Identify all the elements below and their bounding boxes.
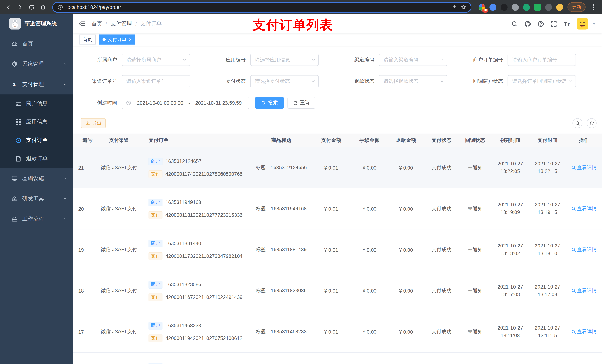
merchant-order-no: 1635311468233 xyxy=(165,322,201,328)
sidebar-item-workflow[interactable]: 工作流程 xyxy=(0,209,73,229)
sidebar-item-pay-order[interactable]: 支付订单 xyxy=(0,131,73,150)
action-cell: 查看详情 xyxy=(566,312,602,352)
sidebar-item-payment[interactable]: ¥支付管理 xyxy=(0,74,73,94)
app-grid-icon xyxy=(15,119,22,125)
refund-amount-cell: ¥ 0.00 xyxy=(388,188,424,229)
share-icon[interactable] xyxy=(452,4,457,10)
extension-green-icon[interactable] xyxy=(523,4,530,10)
pay-amount-cell xyxy=(311,353,351,364)
filter-field-refund-status-select: 退款状态请选择退款状态 xyxy=(336,75,465,87)
filter-label: 商户订单编号 xyxy=(465,56,508,63)
channel-order-no-input[interactable]: 请输入渠道订单号 xyxy=(122,75,190,87)
browser-back-button[interactable] xyxy=(3,2,14,12)
placeholder-text: 请选择支付状态 xyxy=(255,78,290,85)
view-detail-link[interactable]: 查看详情 xyxy=(571,164,597,171)
channel-code-select[interactable]: 请输入渠道编码 xyxy=(379,54,447,66)
browser-menu-icon[interactable] xyxy=(590,3,597,11)
placeholder-text: 请选择订单回调商户状态 xyxy=(512,78,566,85)
refresh-table-button[interactable] xyxy=(587,118,597,128)
sidebar-item-label: 退款订单 xyxy=(26,155,48,162)
view-detail-link[interactable]: 查看详情 xyxy=(571,246,597,253)
merchant-order-no-input[interactable]: 请输入商户订单编号 xyxy=(508,54,576,66)
extension-chat-icon[interactable] xyxy=(534,4,541,10)
filter-field-create-time: 创建时间2021-10-01 00:00:00-2021-10-31 23:59… xyxy=(79,97,249,109)
sidebar-item-infrastructure[interactable]: 基础设施 xyxy=(0,168,73,188)
reset-button[interactable]: 重置 xyxy=(288,97,315,109)
breadcrumb-item[interactable]: 支付管理 xyxy=(110,20,132,27)
merchant-tag: 商户 xyxy=(149,322,162,329)
breadcrumb-item[interactable]: 首页 xyxy=(91,20,102,27)
order-id-cell xyxy=(73,353,94,364)
tab-close-icon[interactable]: × xyxy=(129,37,132,42)
gear-icon xyxy=(11,61,18,67)
create-time-cell: 2021-10-2713:17:03 xyxy=(492,270,529,311)
action-cell: 查看详情 xyxy=(566,188,602,229)
extension-dark-icon[interactable] xyxy=(501,4,507,10)
fullscreen-icon[interactable] xyxy=(550,21,557,27)
sidebar-item-merchant-info[interactable]: 商户信息 xyxy=(0,94,73,113)
help-icon[interactable] xyxy=(538,21,544,27)
extension-profile-icon[interactable] xyxy=(556,4,563,10)
sidebar-item-system[interactable]: 系统管理 xyxy=(0,54,73,74)
view-detail-link[interactable]: 查看详情 xyxy=(571,287,597,294)
merchant-tag: 商户 xyxy=(149,198,162,206)
toggle-search-button[interactable] xyxy=(572,118,582,128)
notify-status-cell: 未通知 xyxy=(459,229,491,270)
view-detail-link[interactable]: 查看详情 xyxy=(571,328,597,335)
refund-status-select[interactable]: 请选择退款状态 xyxy=(379,75,447,87)
github-icon[interactable] xyxy=(525,21,531,27)
filter-field-channel-order-no-input: 渠道订单号请输入渠道订单号 xyxy=(79,75,207,87)
address-bar[interactable]: localhost:1024/pay/order xyxy=(52,2,472,12)
filter-label: 创建时间 xyxy=(79,99,122,106)
avatar-caret-icon[interactable] xyxy=(592,22,596,26)
merchant-order-no: 1635311881440 xyxy=(165,240,201,246)
extension-blue-icon[interactable] xyxy=(489,4,496,10)
filter-field-merchant-order-no-input: 商户订单编号请输入商户订单编号 xyxy=(465,54,593,66)
sidebar-item-app-info[interactable]: 应用信息 xyxy=(0,113,73,131)
extension-gray-icon[interactable] xyxy=(512,4,519,10)
column-header-order-id: 编号 xyxy=(73,134,94,147)
site-info-icon[interactable] xyxy=(58,4,63,10)
extension-pin-icon[interactable] xyxy=(545,4,552,10)
browser-home-button[interactable] xyxy=(38,2,48,12)
font-size-icon[interactable]: TT xyxy=(564,21,570,27)
select-caret-icon xyxy=(182,58,187,62)
user-avatar[interactable] xyxy=(577,18,588,29)
pay-channel-cell: 微信 JSAPI 支付 xyxy=(94,270,144,311)
bookmark-star-icon[interactable] xyxy=(461,4,466,10)
browser-update-button[interactable]: 更新 xyxy=(567,2,585,12)
tab-home[interactable]: 首页 xyxy=(79,35,96,45)
placeholder-text: 请选择所属商户 xyxy=(126,56,161,63)
search-button[interactable]: 搜索 xyxy=(255,97,284,109)
merchant-select[interactable]: 请选择所属商户 xyxy=(122,54,190,66)
app-no-select[interactable]: 请选择应用信息 xyxy=(250,54,319,66)
browser-forward-button[interactable] xyxy=(15,2,25,12)
extension-colorful-icon[interactable]: 10 xyxy=(478,4,485,10)
view-detail-link[interactable]: 查看详情 xyxy=(571,205,597,212)
sidebar-item-home[interactable]: 首页 xyxy=(0,33,73,54)
table-row-21: 21微信 JSAPI 支付商户1635312124657支付4200001174… xyxy=(73,147,602,188)
pay-status-select[interactable]: 请选择支付状态 xyxy=(250,75,319,87)
sidebar-item-label: 首页 xyxy=(22,40,33,47)
magnifier-icon xyxy=(571,165,576,170)
browser-reload-button[interactable] xyxy=(26,2,37,12)
pay-amount-cell: ¥ 0.01 xyxy=(311,270,351,311)
search-icon[interactable] xyxy=(511,21,518,27)
url-text[interactable]: localhost:1024/pay/order xyxy=(66,4,121,10)
tab-pay-order[interactable]: 支付订单× xyxy=(99,35,135,45)
select-caret-icon xyxy=(311,79,316,83)
sidebar-item-refund-order[interactable]: 退款订单 xyxy=(0,150,73,168)
export-button[interactable]: 导出 xyxy=(81,118,106,128)
select-caret-icon xyxy=(440,79,444,83)
filter-label: 应用编号 xyxy=(207,56,250,63)
pay-order-cell: 商户1635311468233支付42000011942021102767521… xyxy=(144,312,252,352)
filter-field-merchant-select: 所属商户请选择所属商户 xyxy=(79,54,207,66)
app-logo[interactable]: 芋道管理系统 xyxy=(0,14,73,33)
notify-status-select[interactable]: 请选择订单回调商户状态 xyxy=(508,75,576,87)
filter-field-pay-status-select: 支付状态请选择支付状态 xyxy=(207,75,336,87)
sidebar-toggle-icon[interactable] xyxy=(79,20,86,27)
action-cell: 查看详情 xyxy=(566,270,602,311)
create-time-range-picker[interactable]: 2021-10-01 00:00:00-2021-10-31 23:59:59 xyxy=(122,97,249,109)
sidebar-item-dev-tools[interactable]: 研发工具 xyxy=(0,188,73,209)
column-header-fee-amount: 手续金额 xyxy=(351,134,388,147)
